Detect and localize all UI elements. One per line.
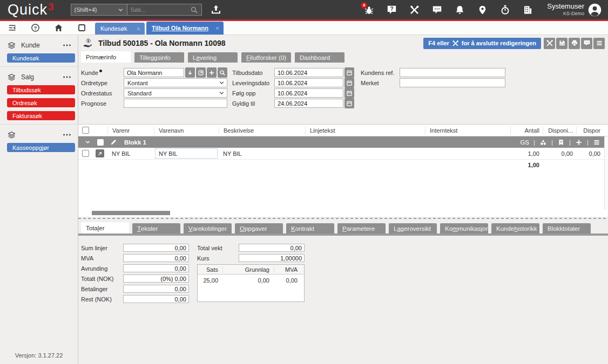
tab-kommunikasjon[interactable]: Kommunikasjon [440, 223, 488, 233]
cell-beskrivelse[interactable]: NY BIL [219, 150, 305, 157]
tools-crossed-button[interactable] [544, 38, 555, 49]
tab-parametere[interactable]: Parametere [337, 223, 386, 233]
bug-icon[interactable]: 6 [364, 5, 374, 15]
column-header-antall[interactable]: Antall [510, 127, 543, 134]
tab-kontrakt[interactable]: Kontrakt [286, 223, 334, 233]
merket-input[interactable] [400, 78, 505, 87]
tilbudsdato-input[interactable] [274, 68, 343, 77]
more-options-icon[interactable] [63, 41, 71, 50]
cell-disponibelt[interactable]: 0,00 [543, 150, 576, 157]
cell-varenr[interactable]: NY BIL [107, 150, 154, 157]
rest-nok-input[interactable] [123, 295, 189, 303]
tab-blokktotaler[interactable]: Blokktotaler [543, 223, 591, 233]
close-icon[interactable] [136, 26, 141, 31]
sidebar-section-item[interactable] [0, 128, 78, 141]
ordretype-select[interactable]: Kontant [124, 78, 227, 87]
horizontal-scrollbar[interactable] [92, 211, 170, 215]
home-icon[interactable] [54, 23, 63, 32]
select-all-checkbox[interactable] [82, 127, 89, 134]
comment-button[interactable] [581, 38, 592, 49]
sidebar-item-tilbudss-k[interactable]: Tilbudssøk [7, 85, 75, 94]
leveringsdato-input[interactable] [274, 78, 343, 87]
search-button[interactable] [218, 67, 227, 78]
building-icon[interactable] [523, 5, 533, 15]
total-vekt-input[interactable] [239, 244, 305, 252]
sum-linjer-input[interactable] [123, 244, 189, 252]
avrunding-input[interactable] [123, 264, 189, 272]
plus-icon[interactable] [575, 139, 583, 146]
tab-totaler[interactable]: Totaler [81, 222, 129, 233]
betalinger-input[interactable] [123, 285, 189, 293]
tab-varekoblinger[interactable]: Varekoblinger [184, 223, 232, 233]
sidebar-item-kundes-k[interactable]: Kundesøk [7, 53, 75, 63]
grid-row[interactable]: NY BILNY BILNY BIL1,000,000,00 [78, 148, 608, 160]
sidebar-section-salg[interactable]: Salg [0, 71, 78, 84]
search-scope-select[interactable]: (Shift+4) [71, 4, 127, 15]
save-button[interactable] [556, 38, 568, 49]
tag-check-icon[interactable] [557, 139, 565, 146]
help-bubble-icon[interactable]: ? [387, 5, 397, 15]
menu-icon[interactable] [593, 139, 600, 146]
gyldig-til-input[interactable] [274, 99, 343, 108]
tab-tekster[interactable]: Tekster [132, 223, 180, 233]
kunde-input[interactable] [124, 68, 184, 77]
window-tab-kundes-k[interactable]: Kundesøk [95, 23, 145, 35]
plus-button[interactable] [207, 67, 217, 78]
mva-input[interactable] [123, 254, 189, 262]
location-pin-icon[interactable] [477, 5, 488, 15]
ordrestatus-select[interactable]: Standard [124, 88, 227, 98]
column-header-disponi[interactable]: Disponi... [543, 127, 576, 134]
avatar[interactable] [588, 3, 602, 17]
sidebar-item-ordres-k[interactable]: Ordresøk [7, 98, 75, 107]
column-header-varenavn[interactable]: Varenavn [154, 127, 219, 134]
more-options-icon[interactable] [63, 131, 71, 139]
chat-icon[interactable] [432, 5, 442, 15]
calendar-button[interactable] [344, 78, 354, 88]
print-button[interactable] [569, 38, 580, 49]
row-checkbox[interactable] [82, 150, 89, 157]
window-icon[interactable] [77, 23, 86, 32]
sidebar-section-kunde[interactable]: Kunde [0, 39, 78, 52]
cell-dispor[interactable]: 0,00 [576, 150, 604, 157]
bell-icon[interactable] [455, 5, 465, 15]
f-lg-opp-input[interactable] [274, 88, 343, 98]
app-logo[interactable]: Quick3 [8, 3, 55, 17]
tab-lageroversikt[interactable]: Lageroversikt [389, 223, 437, 233]
sidebar-item-fakturas-k[interactable]: Fakturasøk [7, 111, 75, 120]
search-icon[interactable] [190, 6, 198, 14]
search-input[interactable] [127, 6, 190, 13]
tab-levering[interactable]: Levering [188, 52, 238, 63]
shapes-icon[interactable] [539, 139, 547, 146]
tab-kundehistorikk[interactable]: Kundehistorikk [491, 223, 539, 233]
calendar-button[interactable] [344, 98, 354, 108]
column-header-linjetekst[interactable]: Linjetekst [305, 127, 425, 134]
menu-button[interactable] [593, 38, 605, 49]
column-header-varenr[interactable]: Varenr [107, 127, 154, 134]
tab-prim-rinfo[interactable]: Primærinfo [81, 51, 131, 63]
upload-icon[interactable] [211, 4, 221, 15]
open-row-button[interactable] [96, 149, 104, 157]
help-circle-icon[interactable]: ? [31, 23, 40, 32]
cell-antall[interactable]: 1,00 [510, 150, 543, 157]
more-options-icon[interactable] [63, 73, 71, 81]
cell-varenavn-editing[interactable]: NY BIL [155, 148, 218, 159]
kurs-input[interactable] [239, 254, 305, 262]
stopwatch-icon[interactable] [500, 5, 510, 15]
prognose-input[interactable] [124, 99, 227, 108]
column-header-beskrivelse[interactable]: Beskrivelse [219, 127, 305, 134]
finish-editing-button[interactable]: F4 eller for å avslutte redigeringen [423, 38, 541, 49]
window-tab-tilbud-ola-normann[interactable]: Tilbud Ola Normann [146, 22, 224, 35]
totalt-nok-input[interactable] [123, 274, 189, 283]
external-link-button[interactable] [196, 67, 206, 78]
tab-filutforsker-0[interactable]: Filutforsker (0) [241, 52, 291, 63]
calendar-button[interactable] [344, 88, 354, 98]
collapse-menu-icon[interactable] [8, 23, 17, 32]
column-header-interntekst[interactable]: Interntekst [425, 127, 510, 134]
block-checkbox[interactable] [97, 139, 104, 146]
calendar-button[interactable] [344, 67, 354, 78]
sidebar-item-kasseoppgj-r[interactable]: Kasseoppgjør [7, 143, 75, 152]
tab-dashboard[interactable]: Dashboard [295, 52, 344, 63]
vertical-scrollbar[interactable] [604, 136, 608, 210]
kundens-ref-input[interactable] [400, 68, 505, 77]
tab-oppgaver[interactable]: Oppgaver [235, 223, 283, 233]
